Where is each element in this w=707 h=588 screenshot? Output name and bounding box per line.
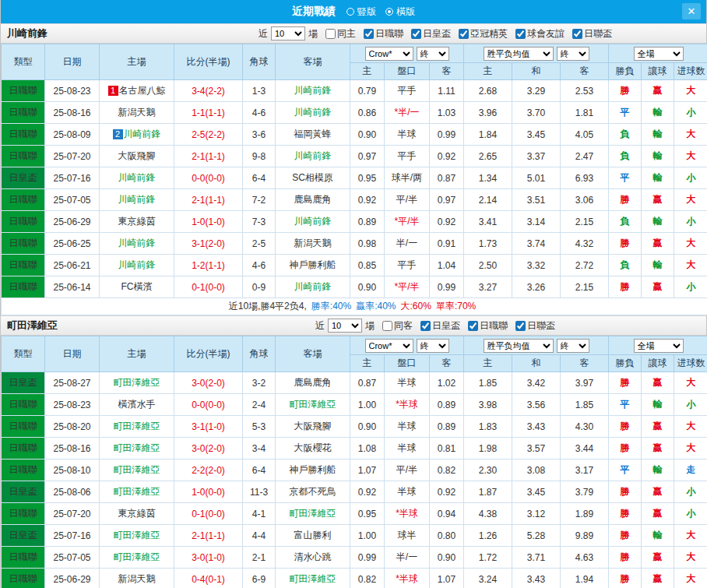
away-team-name[interactable]: 川崎前鋒 — [294, 150, 332, 161]
home-team-cell: 川崎前鋒 — [100, 233, 174, 255]
filter-checkbox[interactable] — [382, 321, 392, 331]
odds-away: 0.90 — [430, 547, 464, 569]
bookmaker-select[interactable]: Crow* — [365, 47, 413, 61]
result-handicap: 贏 — [642, 189, 674, 211]
away-team-name[interactable]: 町田澤維亞 — [290, 399, 336, 410]
home-team-name[interactable]: 川崎前鋒 — [118, 238, 156, 248]
filter-checkbox-item[interactable]: 日皇盃 — [411, 27, 451, 40]
avg-home-odds: 3.24 — [464, 569, 512, 588]
home-team-name[interactable]: 町田澤維亞 — [114, 530, 160, 540]
handicap-line: 平手 — [385, 255, 430, 276]
filter-checkbox[interactable] — [364, 29, 374, 39]
home-team-name[interactable]: 町田澤維亞 — [114, 442, 160, 453]
filter-checkbox-item[interactable]: 日職聯 — [468, 319, 508, 333]
average-stage-select[interactable]: 終 — [557, 339, 589, 353]
filter-checkbox-item[interactable]: 亞冠精英 — [459, 27, 508, 40]
matches-table: 類型日期主場比分(半場)角球客場Crow*終胜平负均值終全場主盤口客主和客勝負讓… — [1, 336, 707, 588]
away-team-name[interactable]: 町田澤維亞 — [290, 573, 336, 584]
away-team-name[interactable]: 川崎前鋒 — [294, 107, 332, 118]
result-handicap: 贏 — [642, 438, 674, 459]
match-row: 日職聯25-06-29新潟天鵝0-4(0-1)6-9町田澤維亞0.82*半球1.… — [2, 569, 707, 588]
filter-checkbox-item[interactable]: 日職聯 — [364, 27, 403, 40]
corner-cell: 7-2 — [243, 189, 276, 211]
filter-checkbox[interactable] — [572, 29, 582, 39]
odds-stage-select[interactable]: 終 — [417, 47, 449, 61]
away-team-name[interactable]: 町田澤維亞 — [290, 508, 336, 519]
home-team-name[interactable]: 川崎前鋒 — [118, 194, 156, 205]
card-badge: 2 — [113, 129, 123, 139]
recent-count-select[interactable]: 10 — [271, 26, 305, 40]
games-label: 場 — [365, 319, 375, 333]
average-odds-select[interactable]: 胜平负均值 — [484, 339, 554, 353]
result-handicap: 贏 — [642, 569, 674, 588]
away-team-cell: 大阪飛腳 — [276, 416, 350, 438]
recent-count-select[interactable]: 10 — [328, 319, 362, 333]
filter-checkbox[interactable] — [515, 29, 526, 39]
odds-away: 0.99 — [430, 124, 464, 146]
filter-checkbox[interactable] — [411, 29, 421, 39]
home-team-name: 名古屋八鯨 — [119, 85, 166, 96]
avg-home-odds: 3.96 — [464, 102, 512, 124]
filter-checkbox[interactable] — [459, 29, 469, 39]
section-header: 町田澤維亞近10場同客日皇盃日職聯日聯盃 — [1, 315, 706, 336]
result-scope-select[interactable]: 全場 — [634, 339, 684, 353]
away-team-name[interactable]: 川崎前鋒 — [294, 281, 332, 292]
away-team-cell: 川崎前鋒 — [276, 102, 350, 124]
home-team-name[interactable]: 町田澤維亞 — [114, 486, 160, 497]
match-date: 25-08-10 — [45, 459, 100, 481]
handicap-line: 半/一 — [385, 547, 430, 569]
home-team-name[interactable]: 川崎前鋒 — [118, 259, 156, 270]
result-goals: 大 — [674, 438, 707, 459]
result-scope-select[interactable]: 全場 — [634, 47, 684, 61]
home-team-name[interactable]: 川崎前鋒 — [124, 129, 161, 139]
score-cell: 2-1(1-1) — [174, 189, 243, 211]
home-team-name[interactable]: 町田澤維亞 — [114, 377, 160, 388]
filter-checkbox-label: 日職聯 — [375, 27, 403, 40]
match-date: 25-06-14 — [45, 276, 100, 298]
result-handicap: 贏 — [642, 481, 674, 503]
average-odds-select[interactable]: 胜平负均值 — [484, 47, 554, 61]
result-wdl: 勝 — [609, 276, 642, 298]
result-goals: 小 — [674, 394, 707, 416]
filter-checkbox-item[interactable]: 日聯盃 — [515, 319, 555, 333]
home-team-name[interactable]: 川崎前鋒 — [118, 172, 156, 183]
team-section: 町田澤維亞近10場同客日皇盃日職聯日聯盃類型日期主場比分(半場)角球客場Crow… — [1, 315, 706, 588]
close-button[interactable]: ✕ — [682, 3, 701, 19]
match-type-badge: 日職聯 — [2, 438, 45, 459]
home-team-name[interactable]: 町田澤維亞 — [114, 551, 160, 562]
odds-home: 1.08 — [350, 438, 385, 459]
odds-stage-select[interactable]: 終 — [417, 339, 449, 353]
result-goals: 大 — [674, 146, 707, 167]
avg-home-odds: 1.87 — [464, 481, 512, 503]
filter-checkbox-item[interactable]: 同客 — [382, 319, 413, 333]
away-team-name[interactable]: 川崎前鋒 — [294, 85, 332, 96]
avg-draw-odds: 3.43 — [512, 569, 561, 588]
away-team-name[interactable]: 川崎前鋒 — [294, 216, 332, 227]
result-handicap: 贏 — [642, 372, 674, 394]
home-team-cell: 東京綠茵 — [100, 503, 174, 525]
filter-checkbox[interactable] — [325, 29, 336, 39]
filter-checkbox[interactable] — [468, 321, 478, 331]
layout-radio-horizontal[interactable]: 橫版 — [385, 5, 415, 19]
result-wdl: 負 — [609, 146, 642, 167]
filter-checkbox-item[interactable]: 同主 — [325, 27, 356, 40]
avg-away-odds: 6.93 — [561, 167, 609, 189]
average-stage-select[interactable]: 終 — [557, 47, 589, 61]
avg-draw-odds: 3.57 — [512, 438, 561, 459]
filter-checkbox-item[interactable]: 日聯盃 — [572, 27, 612, 40]
avg-away-odds: 3.79 — [561, 481, 609, 503]
filter-checkbox[interactable] — [420, 321, 431, 331]
corner-cell: 3-4 — [243, 438, 276, 459]
bookmaker-select[interactable]: Crow* — [365, 339, 413, 353]
result-handicap: 贏 — [642, 276, 674, 298]
home-team-name[interactable]: 町田澤維亞 — [114, 421, 160, 431]
layout-radio-vertical[interactable]: 豎版 — [346, 5, 376, 19]
away-team-name: 富山勝利 — [294, 530, 332, 540]
filter-checkbox[interactable] — [515, 321, 526, 331]
filter-checkbox-item[interactable]: 日皇盃 — [420, 319, 460, 333]
home-team-name[interactable]: 町田澤維亞 — [114, 464, 160, 475]
filter-checkbox-item[interactable]: 球會友誼 — [515, 27, 565, 40]
result-wdl: 勝 — [609, 80, 642, 102]
odds-away: 0.94 — [430, 503, 464, 525]
result-wdl: 負 — [609, 255, 642, 276]
